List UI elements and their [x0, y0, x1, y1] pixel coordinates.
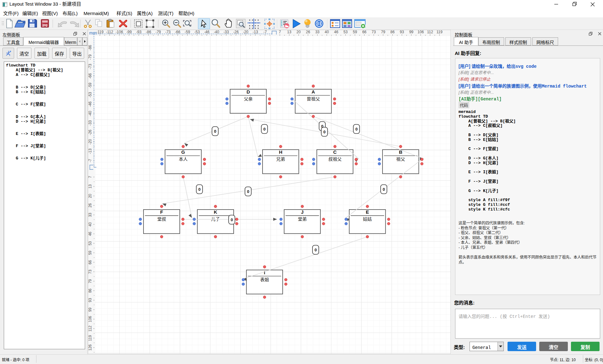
svg-text:66: 66 [88, 260, 92, 265]
svg-text:堂弟: 堂弟 [298, 216, 307, 222]
svg-text:26: 26 [306, 30, 310, 34]
svg-text:K: K [214, 208, 217, 215]
svg-text:-66: -66 [88, 73, 92, 79]
svg-text:E: E [366, 208, 369, 215]
svg-text:7: 7 [279, 30, 281, 34]
svg-text:堂叔: 堂叔 [157, 216, 166, 222]
svg-text:20: 20 [88, 194, 92, 198]
svg-text:曾祖父: 曾祖父 [307, 95, 320, 102]
svg-text:79: 79 [381, 30, 385, 34]
svg-text:-13: -13 [88, 148, 92, 154]
svg-text:40: 40 [325, 30, 329, 34]
svg-text:59: 59 [353, 30, 357, 34]
svg-text:0: 0 [383, 186, 385, 192]
svg-text:99: 99 [88, 308, 92, 312]
svg-text:-106: -106 [116, 30, 123, 34]
svg-text:33: 33 [315, 30, 320, 34]
svg-text:33: 33 [88, 213, 92, 217]
svg-text:126: 126 [88, 344, 92, 351]
svg-text:-73: -73 [165, 30, 171, 34]
svg-text:-20: -20 [243, 30, 248, 34]
svg-text:表姐: 表姐 [260, 276, 269, 282]
svg-text:J: J [301, 208, 303, 215]
svg-text:86: 86 [88, 288, 92, 293]
svg-text:46: 46 [334, 30, 339, 34]
svg-text:0: 0 [314, 247, 317, 253]
svg-text:-20: -20 [88, 139, 92, 145]
svg-text:祖父: 祖父 [396, 156, 405, 162]
svg-text:H: H [279, 148, 282, 155]
svg-text:93: 93 [88, 298, 92, 302]
svg-text:106: 106 [88, 316, 92, 322]
svg-text:-40: -40 [214, 30, 220, 34]
svg-text:73: 73 [372, 30, 376, 34]
svg-text:73: 73 [88, 270, 92, 274]
svg-text:-66: -66 [175, 30, 181, 34]
svg-text:0: 0 [355, 126, 357, 132]
svg-text:-46: -46 [88, 101, 92, 107]
svg-text:46: 46 [88, 232, 92, 236]
svg-text:-33: -33 [224, 30, 229, 34]
svg-text:0: 0 [247, 188, 249, 194]
svg-text:-119: -119 [96, 30, 103, 34]
svg-text:-86: -86 [146, 30, 151, 34]
svg-text:79: 79 [88, 279, 92, 283]
svg-text:40: 40 [88, 222, 92, 227]
svg-text:-59: -59 [185, 30, 190, 34]
svg-text:儿子: 儿子 [211, 216, 220, 222]
svg-text:20: 20 [296, 30, 301, 34]
svg-text:-73: -73 [88, 64, 92, 69]
svg-text:13: 13 [88, 184, 92, 189]
svg-text:-86: -86 [88, 45, 92, 51]
svg-text:0: 0 [323, 129, 325, 135]
svg-text:-99: -99 [126, 30, 132, 34]
svg-text:-13: -13 [253, 30, 258, 34]
svg-text:86: 86 [390, 30, 395, 34]
svg-text:53: 53 [88, 241, 92, 245]
svg-text:-53: -53 [194, 30, 200, 34]
svg-text:119: 119 [88, 335, 92, 341]
svg-text:-33: -33 [88, 120, 92, 126]
svg-text:13: 13 [287, 30, 291, 34]
svg-text:父亲: 父亲 [244, 95, 253, 102]
svg-text:G: G [181, 148, 185, 155]
svg-text:59: 59 [88, 251, 92, 255]
svg-text:0: 0 [263, 126, 265, 132]
svg-text:-7: -7 [263, 30, 267, 34]
svg-text:99: 99 [409, 30, 414, 34]
svg-text:7: 7 [88, 176, 92, 178]
svg-text:0: 0 [214, 128, 216, 134]
svg-text:112: 112 [88, 325, 92, 331]
svg-text:26: 26 [88, 203, 92, 208]
svg-text:F: F [160, 208, 163, 215]
svg-text:106: 106 [417, 30, 424, 34]
svg-text:-26: -26 [233, 30, 239, 34]
svg-text:-46: -46 [204, 30, 210, 34]
svg-text:C: C [333, 148, 337, 155]
svg-text:-93: -93 [136, 30, 142, 34]
svg-text:叔祖父: 叔祖父 [329, 156, 342, 162]
svg-text:A: A [312, 88, 315, 95]
svg-text:姑姑: 姑姑 [363, 216, 372, 222]
svg-text:-7: -7 [88, 159, 92, 162]
svg-text:jpg: jpg [42, 22, 48, 27]
svg-text:-79: -79 [155, 30, 161, 34]
svg-text:53: 53 [344, 30, 348, 34]
svg-text:119: 119 [437, 30, 443, 34]
svg-text:0: 0 [198, 186, 200, 192]
svg-text:93: 93 [400, 30, 404, 34]
svg-text:兄弟: 兄弟 [276, 156, 285, 162]
svg-text:66: 66 [362, 30, 367, 34]
svg-text:mm: mm [89, 30, 96, 36]
svg-text:-59: -59 [88, 83, 92, 88]
svg-text:-26: -26 [88, 130, 92, 135]
svg-text:112: 112 [427, 30, 433, 34]
svg-text:-112: -112 [106, 30, 113, 34]
svg-text:D: D [247, 88, 250, 95]
svg-text:本人: 本人 [179, 156, 187, 162]
svg-text:-79: -79 [88, 54, 92, 60]
svg-text:-53: -53 [88, 92, 92, 98]
svg-text:0: 0 [231, 217, 233, 222]
svg-text:-40: -40 [88, 111, 92, 116]
svg-text:I: I [264, 269, 265, 276]
